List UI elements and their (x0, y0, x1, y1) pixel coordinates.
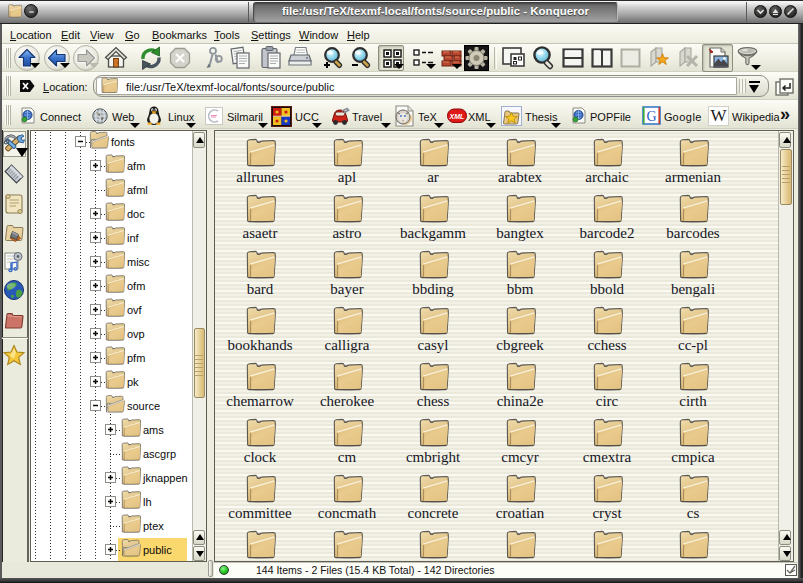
svg-text:XML: XML (449, 113, 465, 120)
svg-text:G: G (646, 109, 656, 124)
svg-text:W: W (710, 106, 727, 125)
